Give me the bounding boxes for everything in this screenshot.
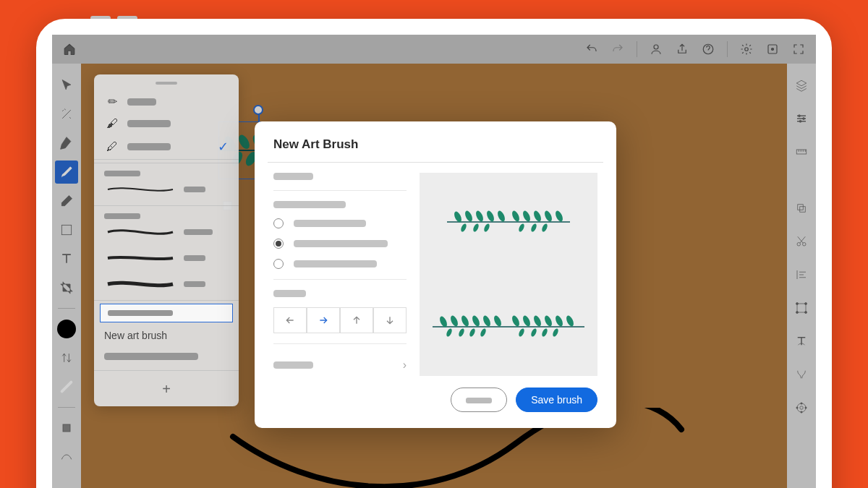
blob-brush-icon: 🖌: [104, 117, 120, 130]
svg-point-43: [522, 210, 532, 223]
radio-icon: [273, 218, 284, 228]
modal-title: New Art Brush: [273, 137, 597, 152]
separator: [273, 343, 407, 344]
brush-mode-blob[interactable]: 🖌: [94, 113, 239, 134]
svg-point-68: [469, 328, 477, 338]
blurred-field-label: [273, 173, 313, 180]
blurred-label: [127, 143, 171, 150]
separator: [94, 205, 239, 206]
separator: [273, 190, 407, 191]
brush-preset-2[interactable]: [94, 219, 239, 245]
separator: [94, 370, 239, 371]
blurred-field-label: [273, 201, 346, 208]
blurred-label: [108, 310, 173, 316]
add-brush-button[interactable]: +: [94, 374, 239, 399]
separator: [94, 163, 239, 163]
svg-point-40: [485, 210, 495, 223]
svg-point-70: [518, 328, 526, 338]
brush-mode-pencil[interactable]: ✏: [94, 90, 239, 113]
panel-drag-handle[interactable]: [156, 82, 177, 85]
blurred-label: [294, 240, 388, 247]
direction-down-button[interactable]: [373, 307, 407, 333]
radio-option-3[interactable]: [273, 259, 407, 269]
svg-point-55: [449, 314, 459, 328]
blurred-label: [294, 260, 377, 267]
brush-preview-bottom: [429, 312, 588, 341]
new-art-brush-link[interactable]: New art brush: [94, 322, 239, 344]
direction-left-button[interactable]: [273, 307, 307, 333]
separator: [94, 300, 239, 301]
blurred-label: [127, 120, 171, 127]
svg-point-50: [518, 223, 526, 232]
direction-selector: [273, 307, 407, 333]
svg-point-65: [565, 314, 575, 328]
svg-point-42: [511, 210, 521, 223]
brush-panel: ✏ 🖌 🖊 ✓: [94, 74, 239, 406]
svg-point-58: [482, 314, 492, 328]
brush-preset-1[interactable]: [94, 176, 239, 202]
svg-point-60: [511, 314, 521, 328]
blurred-field-label: [273, 290, 306, 297]
blurred-label: [104, 353, 198, 360]
svg-point-72: [541, 328, 549, 338]
blurred-label: [294, 220, 366, 227]
blurred-label: [127, 98, 156, 106]
svg-point-56: [460, 314, 470, 328]
svg-point-48: [472, 223, 480, 232]
radio-icon: [273, 259, 284, 269]
separator: [268, 162, 603, 163]
svg-point-51: [530, 223, 538, 232]
svg-point-57: [471, 314, 481, 328]
svg-point-47: [460, 223, 468, 232]
blurred-label: [184, 229, 213, 235]
svg-point-69: [480, 328, 488, 338]
radio-option-1[interactable]: [273, 218, 407, 228]
svg-point-41: [496, 210, 506, 223]
svg-point-67: [458, 328, 466, 338]
blurred-label: [184, 281, 205, 287]
chevron-right-icon: ›: [403, 359, 407, 372]
save-brush-button[interactable]: Save brush: [516, 388, 597, 412]
blurred-label: [104, 171, 140, 176]
svg-point-61: [522, 314, 532, 328]
svg-point-66: [446, 328, 454, 338]
svg-point-39: [475, 210, 485, 223]
brush-preset-3[interactable]: [94, 245, 239, 271]
separator: [273, 279, 407, 280]
svg-point-64: [554, 314, 564, 328]
new-art-brush-modal: New Art Brush: [255, 121, 616, 428]
brush-mode-brush[interactable]: 🖊 ✓: [94, 134, 239, 160]
brush-icon: 🖊: [104, 140, 120, 153]
brush-preset-selected[interactable]: [100, 304, 233, 322]
brush-preset-4[interactable]: [94, 271, 239, 297]
svg-point-46: [554, 210, 564, 223]
svg-point-71: [530, 328, 538, 338]
svg-point-45: [543, 210, 553, 223]
pencil-icon: ✏: [104, 95, 120, 108]
svg-point-63: [543, 314, 553, 328]
svg-point-62: [532, 314, 542, 328]
blurred-label: [184, 187, 205, 192]
radio-icon: [273, 239, 284, 249]
brush-preview-top: [443, 207, 574, 236]
direction-up-button[interactable]: [340, 307, 373, 333]
check-icon: ✓: [218, 139, 229, 155]
advanced-options-toggle[interactable]: ›: [273, 354, 407, 376]
svg-point-49: [483, 223, 491, 232]
cancel-button[interactable]: [451, 388, 507, 412]
svg-point-59: [493, 314, 503, 328]
svg-point-38: [464, 210, 474, 223]
svg-point-73: [552, 328, 560, 338]
brush-preview: [420, 173, 597, 376]
app-frame: ✏ 🖌 🖊 ✓: [36, 19, 832, 488]
radio-option-2[interactable]: [273, 239, 407, 249]
svg-point-44: [532, 210, 542, 223]
blurred-label: [273, 361, 313, 369]
blurred-label: [104, 213, 140, 219]
direction-right-button[interactable]: [307, 307, 340, 333]
blurred-label: [184, 255, 205, 261]
modal-form: ›: [273, 173, 407, 376]
svg-point-52: [541, 223, 549, 232]
